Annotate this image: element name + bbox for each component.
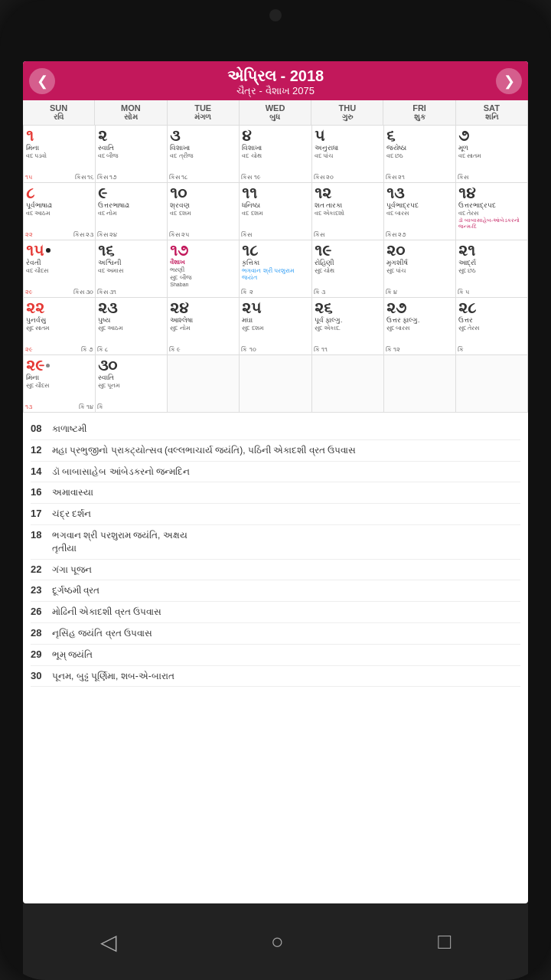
table-row[interactable]: ૩ વિશાખા વદ ત્રીજ કિસ ૧૮ xyxy=(168,126,240,183)
next-month-button[interactable]: ❯ xyxy=(496,68,522,94)
events-list: 08 કાળાષ્ટમી 12 મહા પ્રભુજીનો પ્રાકટ્યોત… xyxy=(23,413,528,693)
table-row[interactable]: ૨૨ પુનર્વસુ સુદ સાતમ ૨૯કિ ૭ xyxy=(24,298,96,355)
table-row[interactable]: ૨૭ ઉત્તર ફાલ્ગુ. સુદ બારસ કિ ૧૨ xyxy=(384,298,456,355)
day-headers: SUNરવિ MONસોમ TUEમંગળ WEDબુધ THUગુરુ FRI… xyxy=(23,100,528,126)
list-item: 08 કાળાષ્ટમી xyxy=(31,419,520,440)
day-header-mon: MONસોમ xyxy=(95,100,167,125)
table-row[interactable]: ૨૮ ઉત્તર સુદ તેરસ કિ xyxy=(456,298,528,355)
phone-screen: ❮ એપ્રિલ - 2018 ચૈત્ર - વૈશાખ 2075 ❯ SUN… xyxy=(23,61,528,903)
table-row[interactable]: ૫ અનુરાધા વદ પાંચ કિસ ૨૦ xyxy=(312,126,384,183)
list-item: 12 મહા પ્રભુજીનો પ્રાકટ્યોત્સવ (વલ્લભાચા… xyxy=(31,440,520,462)
table-row[interactable]: ૭ મૂળ વદ સાતમ કિસ xyxy=(456,126,528,183)
camera-notch xyxy=(269,9,282,21)
list-item: 14 ડૉ બાબાસાહેબ આંબેડકરનો જન્મદિન xyxy=(31,462,520,483)
table-row[interactable]: ૧૫ રેવતી વદ ચૌદસ ૨૯કિસ ૩૦ xyxy=(24,240,96,298)
table-row[interactable]: ૩૦ સ્વાતિ સુદ પૂનમ કિ xyxy=(96,355,168,413)
table-row[interactable]: ૨૬ પૂર્વ ફાલ્ગુ. સુદ એકાદ. કિ ૧૧ xyxy=(312,298,384,355)
table-row[interactable]: ૧૬ અશ્વિની વદ અમાસ કિસ ૩૧ xyxy=(96,240,168,298)
home-button[interactable]: ○ xyxy=(271,929,284,954)
table-row[interactable]: ૨૪ આશ્લેષા સુદ નોમ કિ ૯ xyxy=(168,298,240,355)
table-row[interactable]: ૨૩ પુષ્ય સુદ આઠમ કિ ૮ xyxy=(96,298,168,355)
table-row[interactable]: ૧૭ વૈશાખ ભરણી સુદ બીજ Shaban xyxy=(168,240,240,298)
table-row[interactable]: ૬ જ્યેષ્ઠા વદ છઠ કિસ ૨૧ xyxy=(384,126,456,183)
back-button[interactable]: ◁ xyxy=(100,929,117,955)
list-item: 17 ચંદ્ર દર્શન xyxy=(31,504,520,525)
table-row[interactable]: ૨૧ આર્દ્રા સુદ છઠ કિ ૫ xyxy=(456,240,528,298)
day-header-sat: SATશનિ xyxy=(456,100,528,125)
table-row[interactable]: ૯ ઉત્તરભાષાઢા વદ નોમ કિસ ૨૪ xyxy=(96,183,168,240)
list-item: 30 પૂનમ, બુઢ્ઢ પૂર્ણિમા, શબ-એ-બારાત xyxy=(31,666,520,688)
day-header-tue: TUEમંગળ xyxy=(168,100,240,125)
phone-frame: ❮ એપ્રિલ - 2018 ચૈત્ર - વૈશાખ 2075 ❯ SUN… xyxy=(0,0,551,980)
list-item: 16 અમાવાસ્યા xyxy=(31,482,520,504)
table-row[interactable]: ૧૨ શત તારકા વદ એકાદશો કિસ xyxy=(312,183,384,240)
table-row xyxy=(168,355,240,413)
list-item: 28 નૃસિંહ જ્યંતિ વ્રત ઉપવાસ xyxy=(31,623,520,645)
calendar-header: ❮ એપ્રિલ - 2018 ચૈત્ર - વૈશાખ 2075 ❯ xyxy=(23,61,528,100)
table-row[interactable]: ૧૪ ઉત્તરભાદ્રપદ વદ તેરસ ડૉ બાબાસાહેબ-આંબ… xyxy=(456,183,528,240)
list-item: 29 ભૂમ્ જ્યંતિ xyxy=(31,645,520,666)
table-row xyxy=(240,355,311,413)
list-item: 22 ગંગા પૂજન xyxy=(31,560,520,581)
day-header-wed: WEDબુધ xyxy=(240,100,311,125)
list-item: 23 દૂર્ગષ્ઠમી વ્રત xyxy=(31,580,520,602)
navigation-bar: ◁ ○ □ xyxy=(23,903,528,980)
table-row[interactable]: ૧ મિના વદ પડવો ૧૫કિસ ૧૬ xyxy=(24,126,96,183)
day-header-thu: THUગુરુ xyxy=(311,100,383,125)
recent-button[interactable]: □ xyxy=(438,929,451,954)
table-row[interactable]: ૧૧ ધનિષ્ઠા વદ દશમ કિસ xyxy=(240,183,311,240)
table-row[interactable]: ૧૮ કૃત્તિકા ભગવાન શ્રી પરશુરામ જ્યંત કિ … xyxy=(240,240,311,298)
table-row[interactable]: ૧૯ રોહિણી સુદ ચોથ કિ ૩ xyxy=(312,240,384,298)
table-row[interactable]: ૨૫ મઘા સુદ દશમ કિ ૧૦ xyxy=(240,298,311,355)
table-row[interactable]: ૮ પૂર્વભાષાઢા વદ આઠમ ૨૨કિસ ૨૩ xyxy=(24,183,96,240)
day-header-sun: SUNરવિ xyxy=(23,100,95,125)
list-item: 26 મોઢિની એકાદશી વ્રત ઉપવાસ xyxy=(31,602,520,623)
table-row[interactable]: ૨૯ મિના સુદ ચૌદસ ૧૩કિ ૧૪ xyxy=(24,355,96,413)
table-row[interactable]: ૪ વિશાખા વદ ચોથ કિસ ૧૯ xyxy=(240,126,311,183)
day-header-fri: FRIશુક xyxy=(383,100,455,125)
prev-month-button[interactable]: ❮ xyxy=(29,68,55,94)
table-row xyxy=(456,355,528,413)
table-row[interactable]: ૧૩ પૂર્વભાદ્રપદ વદ બારસ કિસ ૨૭ xyxy=(384,183,456,240)
month-title: એપ્રિલ - 2018 xyxy=(31,67,520,85)
table-row xyxy=(312,355,384,413)
sub-title: ચૈત્ર - વૈશાખ 2075 xyxy=(31,85,520,97)
calendar-grid: ૧ મિના વદ પડવો ૧૫કિસ ૧૬ ૨ સ્વાતિ વદ બીજ … xyxy=(23,126,528,413)
table-row[interactable]: ૨૦ મૃગશીર્ષ સુદ પાંચ કિ ૪ xyxy=(384,240,456,298)
list-item: 18 ભગવાન શ્રી પરશુરામ જ્યંતિ, અક્ષયતૃતીય… xyxy=(31,525,520,560)
table-row xyxy=(384,355,456,413)
table-row[interactable]: ૧૦ શ્રવણ વદ દશમ કિસ ૨૫ xyxy=(168,183,240,240)
table-row[interactable]: ૨ સ્વાતિ વદ બીજ કિસ ૧૭ xyxy=(96,126,168,183)
